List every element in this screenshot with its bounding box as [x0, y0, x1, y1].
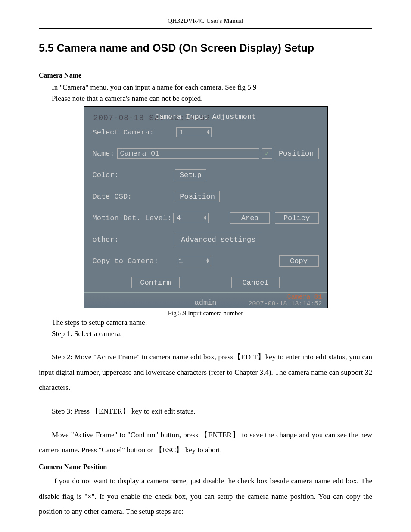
paragraph: The steps to setup camera name: — [39, 317, 372, 328]
spinner-arrows-icon: ▲▼ — [206, 258, 209, 264]
motion-level-label: Motion Det. Level: — [93, 214, 172, 222]
paragraph: Move "Active Frame" to "Confirm" button,… — [39, 427, 372, 458]
motion-level-spinner[interactable]: 4 ▲▼ — [173, 213, 209, 223]
header-rule — [39, 28, 372, 29]
status-timestamp: 2007-08-18 13:14:52 — [248, 301, 322, 308]
other-label: other: — [93, 236, 119, 244]
select-camera-label: Select Camera: — [93, 128, 154, 137]
name-label: Name: — [93, 149, 115, 158]
color-setup-button[interactable]: Setup — [175, 169, 206, 180]
copy-to-camera-label: Copy to Camera: — [93, 257, 159, 265]
copy-button[interactable]: Copy — [279, 255, 319, 267]
figure-caption: Fig 5.9 Input camera number — [39, 310, 372, 317]
copy-to-camera-value: 1 — [179, 257, 183, 265]
cancel-button[interactable]: Cancel — [231, 277, 280, 288]
date-osd-label: Date OSD: — [93, 193, 132, 201]
select-camera-spinner[interactable]: 1 ▲▼ — [176, 127, 212, 137]
running-header: QH32DVR4C User's Manual — [39, 17, 372, 25]
name-display-checkbox[interactable]: ✓ — [262, 148, 272, 159]
paragraph: Please note that a camera's name can not… — [39, 93, 372, 104]
camera-name-input[interactable]: Camera 01 — [117, 148, 259, 159]
name-position-button[interactable]: Position — [274, 148, 319, 159]
spinner-arrows-icon: ▲▼ — [207, 130, 209, 135]
camera-name-value: Camera 01 — [120, 149, 160, 158]
confirm-button[interactable]: Confirm — [131, 277, 180, 288]
motion-level-value: 4 — [176, 214, 181, 222]
subheading-camera-name: Camera Name — [39, 72, 372, 79]
paragraph: Step 1: Select a camera. — [39, 328, 372, 339]
paragraph: If you do not want to display a camera n… — [39, 473, 372, 520]
policy-button[interactable]: Policy — [275, 212, 319, 224]
color-label: Color: — [93, 171, 119, 179]
area-button[interactable]: Area — [230, 212, 270, 224]
paragraph: Step 3: Press 【ENTER】 key to exit edit s… — [39, 406, 372, 417]
subheading-camera-name-position: Camera Name Position — [39, 463, 372, 471]
paragraph: Step 2: Move "Active Frame" to camera na… — [39, 349, 372, 395]
advanced-settings-button[interactable]: Advanced settings — [175, 234, 262, 245]
status-user: admin — [194, 299, 216, 307]
status-bar: admin Camera 01 2007-08-18 13:14:52 — [84, 292, 327, 308]
copy-to-camera-spinner[interactable]: 1 ▲▼ — [176, 256, 211, 266]
select-camera-value: 1 — [179, 128, 184, 137]
paragraph: In "Camera" menu, you can input a name f… — [39, 82, 372, 93]
status-camera-name: Camera 01 — [248, 294, 322, 301]
date-osd-position-button[interactable]: Position — [175, 191, 220, 202]
dialog-title: Camera Input Adjustment — [93, 113, 319, 121]
spinner-arrows-icon: ▲▼ — [204, 215, 206, 221]
section-title: 5.5 Camera name and OSD (On Screen Displ… — [39, 42, 372, 54]
figure-dvr-screenshot: 2007-08-18 Sat 13:14:52 Camera Input Adj… — [84, 106, 328, 308]
